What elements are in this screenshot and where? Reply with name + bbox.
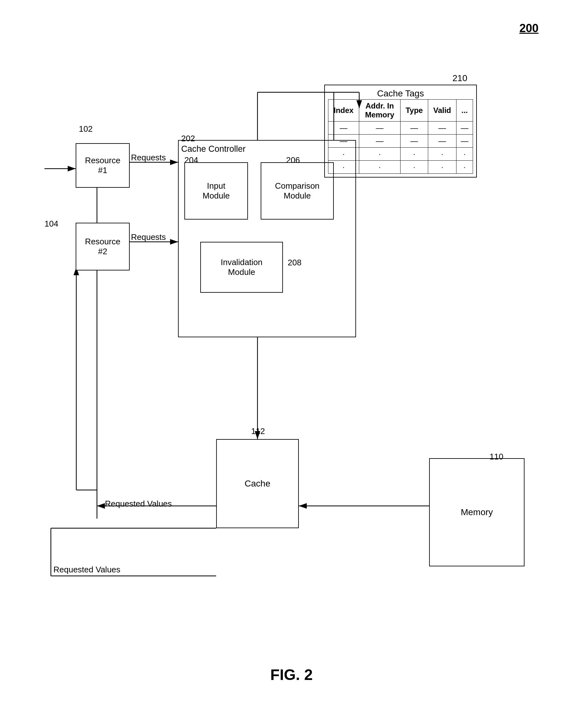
fig-caption: FIG. 2 — [270, 666, 312, 683]
cache-controller-ref: 202 — [181, 134, 195, 144]
diagram-lines — [0, 0, 583, 728]
memory-box: Memory — [429, 458, 525, 566]
requested-values2-label: Requested Values — [53, 565, 120, 575]
table-row: · · · · · — [328, 148, 473, 161]
requested-values1-label: Requested Values — [105, 499, 172, 509]
cache-tags-container: 210 Cache Tags Index Addr. InMemory Type… — [324, 73, 477, 178]
cache-controller-label: Cache Controller — [181, 144, 246, 154]
col-type: Type — [400, 100, 428, 122]
col-valid: Valid — [428, 100, 456, 122]
cache-box: Cache — [216, 439, 299, 528]
diagram: 200 — [0, 0, 583, 728]
input-module-ref: 204 — [184, 155, 198, 165]
requests1-label: Requests — [131, 153, 166, 163]
memory-label: Memory — [461, 507, 493, 517]
table-row: · · · · · — [328, 161, 473, 174]
cache-tags-ref: 210 — [324, 73, 467, 83]
figure-number: 200 — [520, 22, 538, 35]
memory-ref: 110 — [490, 452, 503, 462]
invalidation-module-ref: 208 — [288, 258, 301, 267]
invalidation-module-label: InvalidationModule — [221, 257, 262, 277]
resource1-box: Resource#1 — [76, 143, 130, 188]
col-index: Index — [328, 100, 359, 122]
col-addr: Addr. InMemory — [359, 100, 400, 122]
resource2-ref: 104 — [45, 219, 58, 229]
cache-tags-title: Cache Tags — [328, 88, 473, 99]
input-module-label: InputModule — [202, 181, 229, 201]
cache-tags-table: Index Addr. InMemory Type Valid ... — — … — [328, 99, 473, 174]
input-module-box: InputModule — [184, 162, 248, 219]
cache-label: Cache — [245, 478, 271, 489]
resource1-ref: 102 — [79, 124, 92, 134]
comparison-module-ref: 206 — [286, 155, 300, 165]
resource2-label: Resource#2 — [85, 237, 120, 257]
comparison-module-label: ComparisonModule — [275, 181, 320, 201]
table-row: — — — — — — [328, 135, 473, 148]
resource1-label: Resource#1 — [85, 156, 120, 175]
col-more: ... — [456, 100, 473, 122]
invalidation-module-box: InvalidationModule — [200, 242, 283, 293]
requests2-label: Requests — [131, 232, 166, 242]
cache-ref: 112 — [251, 426, 265, 436]
cache-tags-outer-box: Cache Tags Index Addr. InMemory Type Val… — [324, 85, 477, 178]
table-row: — — — — — — [328, 122, 473, 135]
resource2-box: Resource#2 — [76, 223, 130, 270]
comparison-module-box: ComparisonModule — [261, 162, 334, 219]
